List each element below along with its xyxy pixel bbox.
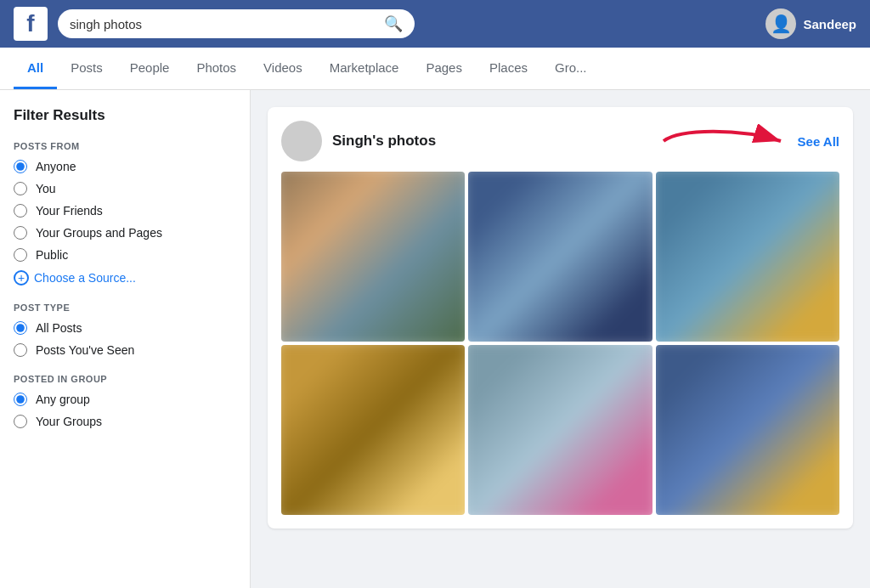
tab-all[interactable]: All [14,48,57,89]
photo-section-title-row: Singh's photos [281,121,436,161]
user-name: Sandeep [803,17,856,31]
search-input[interactable] [70,17,377,31]
photo-section: Singh's photos See All [268,107,853,529]
radio-you[interactable]: You [14,182,236,195]
tab-posts[interactable]: Posts [57,48,116,89]
radio-all-posts-label: All Posts [36,321,82,335]
tab-marketplace[interactable]: Marketplace [316,48,413,89]
main-layout: Filter Results POSTS FROM Anyone You You… [0,90,870,588]
radio-public-label: Public [36,248,68,262]
photo-cell-1[interactable] [281,172,465,342]
photo-image-6 [656,345,839,515]
content-area: Singh's photos See All [251,90,870,588]
post-type-label: POST TYPE [14,302,236,313]
photo-image-5 [468,345,652,515]
tab-videos[interactable]: Videos [250,48,316,89]
radio-anyone[interactable]: Anyone [14,160,236,173]
radio-public-input[interactable] [14,248,27,262]
filter-results-title: Filter Results [14,107,236,124]
tab-photos[interactable]: Photos [183,48,250,89]
photo-cell-5[interactable] [468,345,652,515]
post-type-group: All Posts Posts You've Seen [14,321,236,357]
posted-in-group-label: POSTED IN GROUP [14,374,236,384]
radio-your-friends[interactable]: Your Friends [14,204,236,218]
radio-your-friends-input[interactable] [14,204,27,218]
choose-source-link[interactable]: + Choose a Source... [14,270,236,286]
facebook-logo: f [14,7,48,41]
radio-your-groups-pages[interactable]: Your Groups and Pages [14,226,236,240]
photo-image-4 [281,345,465,515]
arrow-annotation [655,124,791,158]
header: f 🔍 👤 Sandeep [0,0,870,48]
photo-grid [281,172,839,515]
photo-cell-3[interactable] [656,172,839,342]
avatar: 👤 [765,8,796,39]
radio-posts-seen-input[interactable] [14,343,27,357]
tab-groups[interactable]: Gro... [541,48,601,89]
radio-public[interactable]: Public [14,248,236,262]
photo-cell-2[interactable] [468,172,652,342]
tab-people[interactable]: People [116,48,184,89]
radio-your-groups-only[interactable]: Your Groups [14,415,236,428]
radio-you-label: You [36,182,56,195]
plus-icon: + [14,270,29,286]
radio-any-group-input[interactable] [14,393,27,406]
section-title: Singh's photos [332,133,436,150]
see-all-row: See All [655,124,839,158]
radio-posts-seen-label: Posts You've Seen [36,343,134,357]
radio-all-posts[interactable]: All Posts [14,321,236,335]
user-info: 👤 Sandeep [765,8,856,39]
posts-from-group: Anyone You Your Friends Your Groups and … [14,160,236,262]
tab-places[interactable]: Places [476,48,541,89]
radio-any-group[interactable]: Any group [14,393,236,406]
radio-your-groups-only-input[interactable] [14,415,27,428]
photo-image-1 [281,172,465,342]
radio-anyone-input[interactable] [14,160,27,173]
photo-image-2 [468,172,652,342]
photo-cell-6[interactable] [656,345,839,515]
see-all-link[interactable]: See All [798,134,839,149]
radio-your-groups-pages-label: Your Groups and Pages [36,226,162,240]
radio-your-groups-only-label: Your Groups [36,415,102,428]
photo-section-header: Singh's photos See All [281,121,839,161]
photo-image-3 [656,172,839,342]
choose-source-label: Choose a Source... [34,271,136,285]
radio-you-input[interactable] [14,182,27,195]
posted-in-group-group: Any group Your Groups [14,393,236,428]
radio-all-posts-input[interactable] [14,321,27,335]
photo-cell-4[interactable] [281,345,465,515]
radio-your-groups-pages-input[interactable] [14,226,27,240]
search-button[interactable]: 🔍 [384,14,403,33]
radio-posts-seen[interactable]: Posts You've Seen [14,343,236,357]
radio-any-group-label: Any group [36,393,90,406]
posts-from-label: POSTS FROM [14,141,236,151]
search-bar: 🔍 [58,9,415,38]
sidebar: Filter Results POSTS FROM Anyone You You… [0,90,251,588]
radio-anyone-label: Anyone [36,160,76,173]
profile-avatar [281,121,322,161]
radio-your-friends-label: Your Friends [36,204,103,218]
tab-pages[interactable]: Pages [412,48,476,89]
nav-tabs: All Posts People Photos Videos Marketpla… [0,48,870,90]
